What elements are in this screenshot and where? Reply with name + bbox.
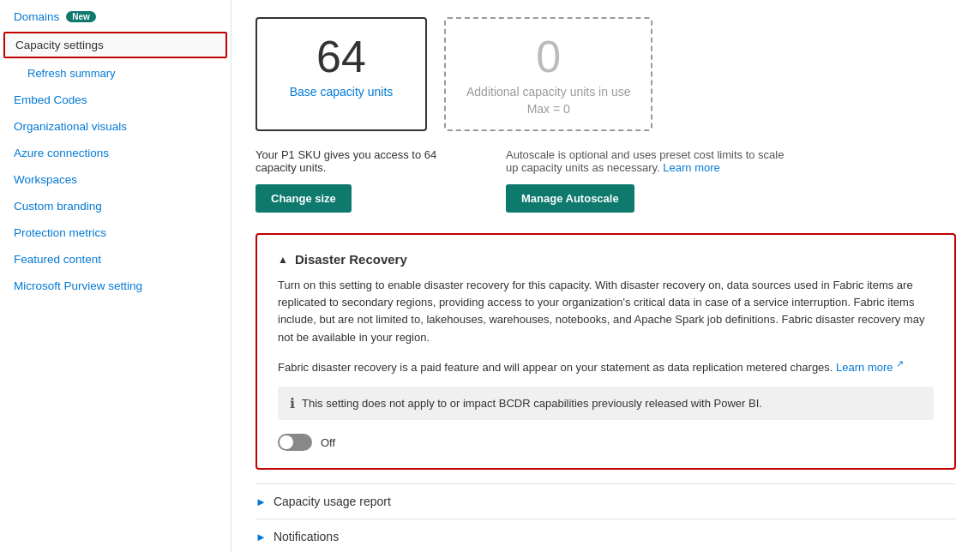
protection-metrics-label: Protection metrics	[14, 226, 106, 239]
toggle-knob	[280, 435, 293, 449]
autoscale-text: Autoscale is optional and uses preset co…	[506, 148, 797, 174]
manage-autoscale-button[interactable]: Manage Autoscale	[506, 184, 634, 213]
refresh-summary-label: Refresh summary	[27, 67, 116, 80]
capacity-usage-row[interactable]: ► Capacity usage report	[256, 483, 956, 519]
workspaces-label: Workspaces	[14, 173, 77, 186]
additional-units-sub: Max = 0	[466, 102, 630, 116]
notifications-row[interactable]: ► Notifications	[256, 519, 956, 552]
additional-capacity-card: 0 Additional capacity units in use Max =…	[444, 17, 652, 131]
capacity-settings-label: Capacity settings	[15, 39, 104, 51]
sidebar-item-featured-content[interactable]: Featured content	[0, 246, 231, 273]
toggle-label: Off	[321, 436, 335, 449]
bcdr-notice: ℹ This setting does not apply to or impa…	[278, 387, 934, 420]
featured-content-label: Featured content	[14, 253, 101, 266]
additional-units-label: Additional capacity units in use	[466, 85, 630, 99]
disaster-recovery-heading: Disaster Recovery	[295, 252, 407, 267]
sidebar-item-embed-codes[interactable]: Embed Codes	[0, 87, 231, 113]
info-circle-icon: ℹ	[290, 395, 295, 411]
base-info-text: Your P1 SKU gives you access to 64 capac…	[256, 148, 478, 174]
embed-codes-label: Embed Codes	[14, 93, 87, 106]
learn-more-link[interactable]: Learn more	[836, 361, 893, 374]
capacity-cards-row: 64 Base capacity units 0 Additional capa…	[256, 17, 956, 131]
notifications-label: Notifications	[274, 530, 339, 543]
sidebar-item-refresh-summary[interactable]: Refresh summary	[0, 60, 231, 87]
dr-body-paragraph1: Turn on this setting to enable disaster …	[278, 277, 934, 346]
autoscale-block: Autoscale is optional and uses preset co…	[506, 148, 797, 213]
disaster-recovery-title: ▲ Disaster Recovery	[278, 252, 934, 267]
sidebar-item-domains[interactable]: Domains New	[0, 3, 231, 30]
info-buttons-row: Your P1 SKU gives you access to 64 capac…	[256, 148, 956, 213]
additional-units-number: 0	[466, 33, 630, 81]
sidebar-item-org-visuals[interactable]: Organizational visuals	[0, 113, 231, 140]
sidebar-item-purview[interactable]: Microsoft Purview setting	[0, 273, 231, 299]
azure-connections-label: Azure connections	[14, 147, 109, 159]
sidebar-item-azure-connections[interactable]: Azure connections	[0, 140, 231, 166]
purview-label: Microsoft Purview setting	[14, 279, 142, 292]
main-content: 64 Base capacity units 0 Additional capa…	[231, 0, 980, 552]
collapse-icon[interactable]: ▲	[278, 254, 288, 266]
org-visuals-label: Organizational visuals	[14, 120, 127, 133]
autoscale-learn-more-link[interactable]: Learn more	[663, 161, 719, 174]
sidebar-item-custom-branding[interactable]: Custom branding	[0, 193, 231, 219]
sidebar-item-workspaces[interactable]: Workspaces	[0, 166, 231, 193]
disaster-recovery-body: Turn on this setting to enable disaster …	[278, 277, 934, 451]
base-units-number: 64	[278, 33, 405, 81]
sidebar: Domains New Capacity settings Refresh su…	[0, 0, 231, 552]
base-info-block: Your P1 SKU gives you access to 64 capac…	[256, 148, 478, 213]
bcdr-notice-text: This setting does not apply to or impact…	[302, 397, 762, 410]
disaster-recovery-section: ▲ Disaster Recovery Turn on this setting…	[256, 233, 956, 470]
sidebar-item-capacity-settings[interactable]: Capacity settings	[3, 32, 227, 58]
base-units-label: Base capacity units	[278, 85, 405, 99]
base-capacity-card: 64 Base capacity units	[256, 17, 427, 131]
custom-branding-label: Custom branding	[14, 200, 102, 213]
sidebar-item-protection-metrics[interactable]: Protection metrics	[0, 219, 231, 246]
chevron-right-icon: ►	[256, 495, 267, 508]
dr-body-paragraph2: Fabric disaster recovery is a paid featu…	[278, 357, 934, 376]
capacity-usage-label: Capacity usage report	[274, 495, 391, 508]
chevron-right-icon-2: ►	[256, 531, 267, 543]
domains-label: Domains	[14, 10, 59, 23]
new-badge: New	[66, 11, 96, 22]
external-link-icon: ↗	[896, 358, 904, 369]
toggle-row: Off	[278, 434, 934, 451]
change-size-button[interactable]: Change size	[256, 184, 352, 213]
dr-toggle[interactable]	[278, 434, 312, 451]
